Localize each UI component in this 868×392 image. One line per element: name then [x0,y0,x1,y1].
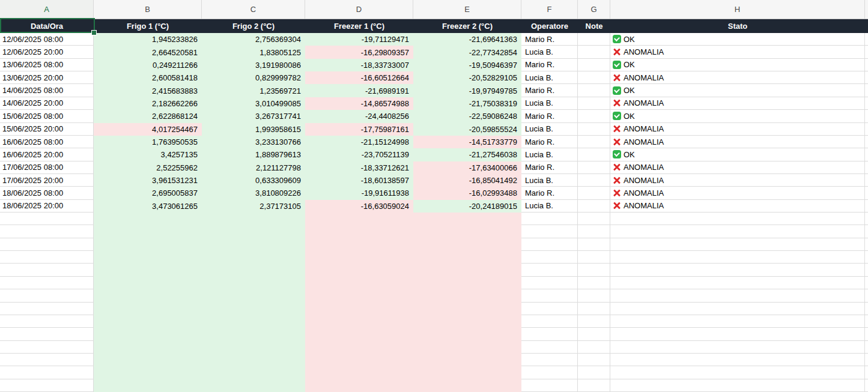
cell-datetime[interactable]: 15/06/2025 08:00 [0,110,94,122]
cell-empty[interactable] [578,303,610,315]
cell-datetime[interactable]: 17/06/2025 20:00 [0,174,94,187]
cell-empty[interactable] [578,225,610,238]
cell-empty[interactable] [305,354,413,366]
cell-freezer1[interactable]: -18,33733007 [305,59,413,71]
cell-empty[interactable] [202,303,305,315]
cell-empty[interactable] [202,315,305,328]
cell-empty[interactable] [94,238,202,251]
cell-datetime[interactable]: 15/06/2025 20:00 [0,123,94,136]
cell-empty[interactable] [0,225,94,238]
header-cell-frigo1[interactable]: Frigo 1 (°C) [94,19,202,33]
cell-frigo2[interactable]: 3,191980086 [202,59,305,71]
cell-freezer1[interactable]: -16,29809357 [305,46,413,58]
cell-empty[interactable] [94,328,202,340]
cell-empty[interactable] [202,277,305,289]
cell-note[interactable] [578,71,610,84]
cell-stato[interactable]: OK [610,59,865,71]
cell-empty[interactable] [521,238,578,251]
cell-frigo1[interactable]: 3,961531231 [94,174,202,187]
cell-frigo2[interactable]: 1,83805125 [202,46,305,58]
cell-frigo1[interactable]: 3,473061265 [94,200,202,213]
cell-empty[interactable] [0,328,94,340]
header-cell-freezer1[interactable]: Freezer 1 (°C) [305,19,413,33]
cell-empty[interactable] [521,315,578,328]
cell-empty[interactable] [94,379,202,392]
cell-empty[interactable] [94,354,202,366]
cell-empty[interactable] [202,328,305,340]
cell-freezer1[interactable]: -16,63059024 [305,200,413,213]
cell-empty[interactable] [94,303,202,315]
cell-empty[interactable] [521,213,578,225]
cell-frigo2[interactable]: 2,756369304 [202,33,305,46]
cell-empty[interactable] [0,379,94,392]
cell-freezer1[interactable]: -21,15124998 [305,136,413,148]
cell-empty[interactable] [305,328,413,340]
cell-datetime[interactable]: 12/06/2025 20:00 [0,46,94,58]
cell-operatore[interactable]: Mario R. [521,110,578,122]
header-cell-freezer2[interactable]: Freezer 2 (°C) [413,19,521,33]
cell-empty[interactable] [413,238,521,251]
cell-frigo1[interactable]: 3,4257135 [94,148,202,161]
cell-frigo1[interactable]: 1,763950535 [94,136,202,148]
cell-operatore[interactable]: Mario R. [521,33,578,46]
cell-empty[interactable] [521,289,578,302]
cell-freezer2[interactable]: -17,63400066 [413,161,521,174]
cell-datetime[interactable]: 14/06/2025 20:00 [0,97,94,110]
cell-empty[interactable] [0,289,94,302]
cell-empty[interactable] [521,354,578,366]
cell-frigo1[interactable]: 2,695005837 [94,187,202,199]
cell-note[interactable] [578,46,610,58]
cell-empty[interactable] [0,277,94,289]
cell-operatore[interactable]: Mario R. [521,84,578,97]
cell-freezer1[interactable]: -18,33712621 [305,161,413,174]
cell-frigo1[interactable]: 2,622868124 [94,110,202,122]
cell-empty[interactable] [521,366,578,379]
cell-empty[interactable] [202,379,305,392]
column-header-b[interactable]: B [94,0,202,19]
cell-frigo2[interactable]: 3,810809226 [202,187,305,199]
cell-empty[interactable] [413,341,521,354]
cell-empty[interactable] [610,213,865,225]
cell-operatore[interactable]: Mario R. [521,59,578,71]
cell-empty[interactable] [521,303,578,315]
cell-empty[interactable] [305,264,413,276]
cell-empty[interactable] [0,366,94,379]
cell-empty[interactable] [202,238,305,251]
cell-stato[interactable]: ANOMALIA [610,46,865,58]
cell-datetime[interactable]: 16/06/2025 20:00 [0,148,94,161]
cell-empty[interactable] [94,277,202,289]
cell-empty[interactable] [413,251,521,264]
cell-empty[interactable] [94,213,202,225]
cell-stato[interactable]: ANOMALIA [610,71,865,84]
cell-freezer1[interactable]: -18,60138597 [305,174,413,187]
cell-frigo2[interactable]: 2,121127798 [202,161,305,174]
cell-frigo2[interactable]: 3,233130766 [202,136,305,148]
cell-frigo2[interactable]: 3,010499085 [202,97,305,110]
cell-stato[interactable]: OK [610,33,865,46]
cell-freezer1[interactable]: -16,60512664 [305,71,413,84]
cell-note[interactable] [578,110,610,122]
cell-empty[interactable] [0,341,94,354]
selection-fill-handle[interactable] [91,30,97,35]
cell-empty[interactable] [94,366,202,379]
cell-freezer1[interactable]: -19,91611938 [305,187,413,199]
cell-empty[interactable] [610,303,865,315]
cell-empty[interactable] [305,303,413,315]
cell-freezer2[interactable]: -20,24189015 [413,200,521,213]
cell-empty[interactable] [202,289,305,302]
cell-note[interactable] [578,59,610,71]
cell-empty[interactable] [610,366,865,379]
header-cell-operatore[interactable]: Operatore [521,19,578,33]
cell-frigo1[interactable]: 2,415683883 [94,84,202,97]
column-header-c[interactable]: C [202,0,305,19]
cell-empty[interactable] [413,328,521,340]
cell-frigo1[interactable]: 2,600581418 [94,71,202,84]
header-cell-stato[interactable]: Stato [610,19,865,33]
cell-empty[interactable] [578,264,610,276]
cell-datetime[interactable]: 16/06/2025 08:00 [0,136,94,148]
cell-empty[interactable] [413,303,521,315]
cell-empty[interactable] [578,354,610,366]
cell-note[interactable] [578,123,610,136]
cell-empty[interactable] [305,213,413,225]
column-header-f[interactable]: F [521,0,578,19]
